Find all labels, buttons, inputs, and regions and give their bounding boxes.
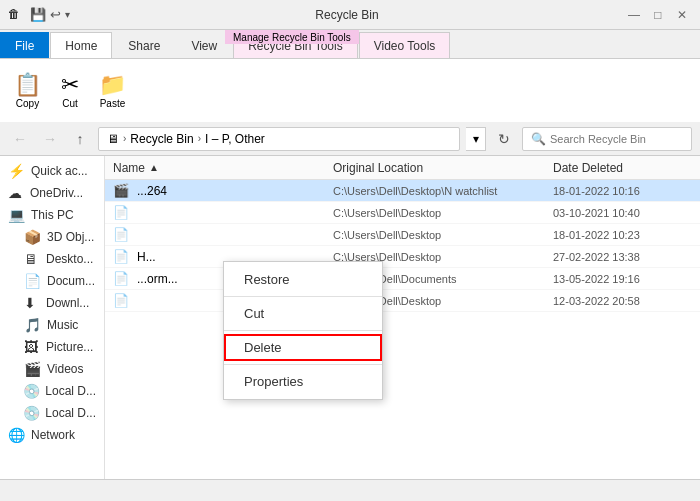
context-menu-properties[interactable]: Properties xyxy=(224,368,382,395)
table-row[interactable]: 📄 ...orm... C:\Users\Dell\Documents 13-0… xyxy=(105,268,700,290)
network-icon: 🌐 xyxy=(8,427,25,443)
minimize-button[interactable]: — xyxy=(624,5,644,25)
context-menu-delete[interactable]: Delete xyxy=(224,334,382,361)
col-header-location[interactable]: Original Location xyxy=(333,161,553,175)
tab-share[interactable]: Share xyxy=(113,32,175,58)
sidebar-item-label: 3D Obj... xyxy=(47,230,94,244)
window-title: Recycle Bin xyxy=(315,8,378,22)
file-type-icon: 📄 xyxy=(113,205,129,221)
file-type-icon: 📄 xyxy=(113,293,129,309)
status-bar xyxy=(0,479,700,501)
file-date-cell: 13-05-2022 19:16 xyxy=(553,273,692,285)
path-current: I – P, Other xyxy=(205,132,265,146)
sidebar-item-videos[interactable]: 🎬 Videos xyxy=(0,358,104,380)
address-bar: ← → ↑ 🖥 › Recycle Bin › I – P, Other ▾ ↻… xyxy=(0,122,700,156)
local-disk-c-icon: 💿 xyxy=(23,383,39,399)
sidebar-item-3d-objects[interactable]: 📦 3D Obj... xyxy=(0,226,104,248)
file-list-header: Name ▲ Original Location Date Deleted xyxy=(105,156,700,180)
close-button[interactable]: ✕ xyxy=(672,5,692,25)
sidebar-item-label: Downl... xyxy=(46,296,89,310)
context-menu-divider-3 xyxy=(224,364,382,365)
save-icon[interactable]: 💾 xyxy=(30,7,46,22)
sidebar-item-label: Deskto... xyxy=(46,252,93,266)
ribbon-btn-3[interactable]: 📁 Paste xyxy=(93,70,132,111)
file-rows: 🎬 ...264 C:\Users\Dell\Desktop\N watchli… xyxy=(105,180,700,312)
tab-file[interactable]: File xyxy=(0,32,49,58)
ribbon-content: 📋 Copy ✂ Cut 📁 Paste xyxy=(0,58,700,122)
path-chevron[interactable]: ▾ xyxy=(466,127,486,151)
file-area: Name ▲ Original Location Date Deleted 🎬 … xyxy=(105,156,700,479)
sidebar-item-documents[interactable]: 📄 Docum... xyxy=(0,270,104,292)
tab-video-tools[interactable]: Video Tools xyxy=(359,32,451,58)
search-input[interactable] xyxy=(550,133,683,145)
path-icon: 🖥 xyxy=(107,132,119,146)
sidebar-item-downloads[interactable]: ⬇ Downl... xyxy=(0,292,104,314)
forward-button[interactable]: → xyxy=(38,127,62,151)
table-row[interactable]: 🎬 ...264 C:\Users\Dell\Desktop\N watchli… xyxy=(105,180,700,202)
up-button[interactable]: ↑ xyxy=(68,127,92,151)
ribbon-btn-1[interactable]: 📋 Copy xyxy=(8,70,47,111)
sidebar-item-label: Docum... xyxy=(47,274,95,288)
sidebar: ⚡ Quick ac... ☁ OneDriv... 💻 This PC 📦 3… xyxy=(0,156,105,479)
sidebar-item-quick-access[interactable]: ⚡ Quick ac... xyxy=(0,160,104,182)
title-bar: 🗑 💾 ↩ ▾ Recycle Bin — □ ✕ xyxy=(0,0,700,30)
sidebar-item-label: Local D... xyxy=(45,406,96,420)
undo-icon[interactable]: ↩ xyxy=(50,7,61,22)
table-row[interactable]: 📄 H... C:\Users\Dell\Desktop 27-02-2022 … xyxy=(105,246,700,268)
window-controls: — □ ✕ xyxy=(624,5,692,25)
sidebar-item-local-disk-c[interactable]: 💿 Local D... xyxy=(0,380,104,402)
desktop-icon: 🖥 xyxy=(24,251,40,267)
sidebar-item-this-pc[interactable]: 💻 This PC xyxy=(0,204,104,226)
file-date-cell: 18-01-2022 10:23 xyxy=(553,229,692,241)
table-row[interactable]: 📄 C:\Users\Dell\Desktop 12-03-2022 20:58 xyxy=(105,290,700,312)
file-type-icon: 📄 xyxy=(113,227,129,243)
3d-objects-icon: 📦 xyxy=(24,229,41,245)
file-location-cell: C:\Users\Dell\Desktop\N watchlist xyxy=(333,185,553,197)
table-row[interactable]: 📄 C:\Users\Dell\Desktop 18-01-2022 10:23 xyxy=(105,224,700,246)
sort-arrow-icon: ▲ xyxy=(149,162,159,173)
context-menu-restore[interactable]: Restore xyxy=(224,266,382,293)
file-location-cell: C:\Users\Dell\Desktop xyxy=(333,207,553,219)
ribbon-btn-2[interactable]: ✂ Cut xyxy=(55,70,85,111)
file-name-cell: 📄 xyxy=(113,227,333,243)
tab-view[interactable]: View xyxy=(176,32,232,58)
sidebar-item-onedrive[interactable]: ☁ OneDriv... xyxy=(0,182,104,204)
search-box[interactable]: 🔍 xyxy=(522,127,692,151)
refresh-button[interactable]: ↻ xyxy=(492,127,516,151)
tab-home[interactable]: Home xyxy=(50,32,112,58)
sidebar-item-label: Network xyxy=(31,428,75,442)
local-disk-d-icon: 💿 xyxy=(23,405,39,421)
file-location-cell: C:\Users\Dell\Desktop xyxy=(333,229,553,241)
main-area: ⚡ Quick ac... ☁ OneDriv... 💻 This PC 📦 3… xyxy=(0,156,700,479)
path-recycle-bin: Recycle Bin xyxy=(130,132,193,146)
address-path[interactable]: 🖥 › Recycle Bin › I – P, Other xyxy=(98,127,460,151)
back-button[interactable]: ← xyxy=(8,127,32,151)
file-name-cell: 🎬 ...264 xyxy=(113,183,333,199)
sidebar-item-label: Quick ac... xyxy=(31,164,88,178)
table-row[interactable]: 📄 C:\Users\Dell\Desktop 03-10-2021 10:40 xyxy=(105,202,700,224)
pictures-icon: 🖼 xyxy=(24,339,40,355)
sidebar-item-music[interactable]: 🎵 Music xyxy=(0,314,104,336)
sidebar-item-network[interactable]: 🌐 Network xyxy=(0,424,104,446)
context-menu-divider-2 xyxy=(224,330,382,331)
sidebar-item-local-disk-d[interactable]: 💿 Local D... xyxy=(0,402,104,424)
manage-context-label: Manage Recycle Bin Tools xyxy=(225,30,359,44)
onedrive-icon: ☁ xyxy=(8,185,24,201)
down-arrow-icon[interactable]: ▾ xyxy=(65,9,70,20)
search-icon: 🔍 xyxy=(531,132,546,146)
context-menu-cut[interactable]: Cut xyxy=(224,300,382,327)
sidebar-item-label: Picture... xyxy=(46,340,93,354)
quick-access-icon: ⚡ xyxy=(8,163,25,179)
file-type-icon: 📄 xyxy=(113,249,129,265)
sidebar-item-label: Local D... xyxy=(45,384,96,398)
col-header-date[interactable]: Date Deleted xyxy=(553,161,692,175)
file-date-cell: 18-01-2022 10:16 xyxy=(553,185,692,197)
sidebar-item-desktop[interactable]: 🖥 Deskto... xyxy=(0,248,104,270)
sidebar-item-pictures[interactable]: 🖼 Picture... xyxy=(0,336,104,358)
quick-access-toolbar: 💾 ↩ ▾ xyxy=(30,7,70,22)
app-icon: 🗑 xyxy=(8,7,24,23)
maximize-button[interactable]: □ xyxy=(648,5,668,25)
music-icon: 🎵 xyxy=(24,317,41,333)
file-date-cell: 03-10-2021 10:40 xyxy=(553,207,692,219)
col-header-name[interactable]: Name ▲ xyxy=(113,161,333,175)
